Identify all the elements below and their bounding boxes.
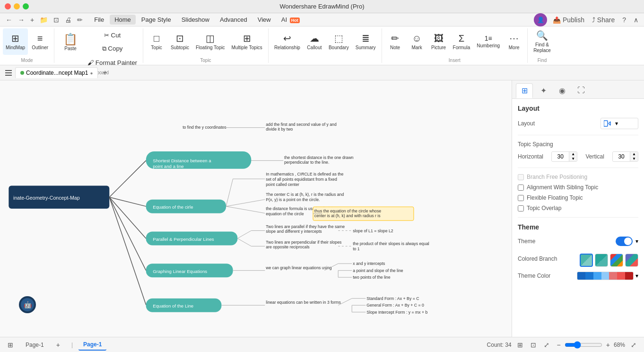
- publish-button[interactable]: 📤 Publish: [551, 15, 586, 25]
- print-button[interactable]: 🖨: [63, 15, 73, 25]
- svg-line-11: [109, 197, 146, 271]
- close-button[interactable]: [5, 3, 11, 9]
- flexible-row: Flexible Floating Topic: [518, 194, 638, 201]
- boundary-label: Boundary: [329, 45, 349, 51]
- format-painter-icon: 🖌 Format Painter: [87, 59, 137, 66]
- menu-home[interactable]: Home: [110, 15, 136, 25]
- open-button[interactable]: 📁: [38, 15, 50, 25]
- panel-tab-settings[interactable]: ⛶: [573, 83, 590, 98]
- help-button[interactable]: ?: [620, 15, 628, 25]
- panel-tab-location[interactable]: ◉: [554, 83, 571, 98]
- expand-button[interactable]: ⤢: [629, 340, 638, 350]
- undo-button[interactable]: ←: [4, 15, 14, 25]
- zoom-out-button[interactable]: −: [555, 340, 563, 350]
- swatch-1[interactable]: [580, 254, 593, 267]
- formula-button[interactable]: Σ Formula: [450, 28, 473, 55]
- layout-dropdown[interactable]: ▾: [600, 118, 638, 129]
- menu-file[interactable]: File: [89, 15, 109, 25]
- boundary-button[interactable]: ⬚ Boundary: [326, 28, 352, 55]
- horizontal-input[interactable]: [552, 152, 569, 161]
- theme-color-picker[interactable]: ▾: [577, 272, 638, 280]
- more-button[interactable]: ⋯ More: [504, 28, 524, 55]
- copy-button[interactable]: ⧉ Copy: [85, 42, 140, 55]
- svg-text:Equation of the Line: Equation of the Line: [153, 303, 193, 308]
- page-1-tab[interactable]: Page-1: [21, 340, 49, 350]
- svg-text:Parallel & Perpendicular Lines: Parallel & Perpendicular Lines: [153, 237, 214, 242]
- subtopic-button[interactable]: ⊡ Subtopic: [168, 28, 192, 55]
- user-avatar[interactable]: 👤: [534, 13, 547, 26]
- menu-advanced[interactable]: Advanced: [215, 15, 252, 25]
- vertical-input[interactable]: [613, 152, 630, 161]
- callout-button[interactable]: ☁ Callout: [304, 28, 325, 55]
- collapse-button[interactable]: ∧: [632, 15, 640, 25]
- branch-free-checkbox[interactable]: [518, 174, 524, 180]
- alignment-checkbox[interactable]: [518, 185, 524, 191]
- add-tab-button[interactable]: +: [100, 68, 110, 78]
- zoom-in-button[interactable]: +: [604, 340, 612, 350]
- topic-overlap-checkbox[interactable]: [518, 205, 524, 211]
- theme-toggle[interactable]: [616, 237, 633, 246]
- menu-view[interactable]: View: [253, 15, 276, 25]
- mark-button[interactable]: ☺ Mark: [407, 28, 427, 55]
- mindmap-canvas[interactable]: inate-Geometry-Concept-Map Shortest Dist…: [0, 80, 512, 337]
- svg-text:slope of L1 = slope L2: slope of L1 = slope L2: [353, 229, 393, 233]
- share-button[interactable]: ⤴ Share: [590, 15, 617, 25]
- fullscreen-button[interactable]: ⤢: [542, 340, 551, 350]
- paste-button[interactable]: 📋 Paste: [57, 28, 84, 55]
- tab-close-button[interactable]: ●: [90, 70, 93, 76]
- flexible-checkbox[interactable]: [518, 195, 524, 201]
- vertical-down[interactable]: ▼: [630, 157, 638, 161]
- edit-button[interactable]: ✏: [75, 15, 85, 25]
- svg-text:to find the y coordinates: to find the y coordinates: [183, 125, 226, 130]
- find-replace-button[interactable]: 🔍 Find &Replace: [531, 28, 554, 55]
- vertical-spinner[interactable]: ▲ ▼: [612, 151, 638, 162]
- menu-slideshow[interactable]: Slideshow: [177, 15, 214, 25]
- mindmap-button[interactable]: ⊞ MindMap: [3, 28, 28, 55]
- swatch-4[interactable]: [625, 254, 638, 267]
- ai-assistant-bubble[interactable]: 🤖: [19, 296, 36, 313]
- outline-view-button[interactable]: ⊡: [529, 340, 538, 350]
- divider-2: [518, 167, 638, 168]
- maximize-button[interactable]: [23, 3, 29, 9]
- sidebar-toggle[interactable]: [4, 70, 13, 76]
- horizontal-down[interactable]: ▼: [569, 157, 577, 161]
- tab-coordinate-map[interactable]: Coordinate...ncept Map1 ●: [15, 67, 98, 78]
- add-page-button[interactable]: +: [54, 340, 62, 350]
- right-panel-tabs: ⊞ ✦ ◉ ⛶: [512, 80, 644, 99]
- relationship-button[interactable]: ↩ Relationship: [271, 28, 303, 55]
- menu-page-style[interactable]: Page Style: [137, 15, 176, 25]
- clipboard-group: 📋 Paste ✂ Cut ⧉ Copy 🖌 Format Painter Cl…: [54, 28, 143, 63]
- mark-label: Mark: [411, 45, 422, 51]
- page-indicator-button[interactable]: ⊞: [6, 340, 15, 350]
- canvas-area[interactable]: 🤖 inate-Geometry-Concept-Map Short: [0, 80, 512, 337]
- cut-button[interactable]: ✂ Cut: [85, 28, 140, 42]
- floating-topic-button[interactable]: ◫ Floating Topic: [193, 28, 228, 55]
- picture-button[interactable]: 🖼 Picture: [428, 28, 449, 55]
- topic-button[interactable]: □ Topic: [146, 28, 167, 55]
- panel-tab-ai[interactable]: ✦: [535, 83, 552, 98]
- divider-1: [518, 135, 638, 135]
- zoom-slider[interactable]: [565, 341, 602, 349]
- note-button[interactable]: ✏ Note: [385, 28, 406, 55]
- grid-view-button[interactable]: ⊞: [515, 340, 525, 350]
- vertical-up[interactable]: ▲: [630, 152, 638, 157]
- panel-tab-layout[interactable]: ⊞: [516, 83, 533, 98]
- template-button[interactable]: ⊡: [52, 15, 61, 25]
- theme-color-label: Theme Color: [518, 273, 550, 279]
- horizontal-up[interactable]: ▲: [569, 152, 577, 157]
- outliner-button[interactable]: ≡ Outliner: [29, 28, 51, 55]
- swatch-3[interactable]: [610, 254, 623, 267]
- numbering-button[interactable]: 1≡ Numbering: [474, 28, 503, 55]
- svg-text:point called center: point called center: [266, 182, 299, 187]
- svg-text:linear equations can be writte: linear equations can be written in 3 for…: [266, 300, 341, 305]
- outliner-label: Outliner: [32, 45, 48, 51]
- multiple-topics-button[interactable]: ⊞ Multiple Topics: [228, 28, 265, 55]
- menu-ai[interactable]: AI Hot: [277, 15, 305, 25]
- new-button[interactable]: +: [28, 15, 36, 25]
- redo-button[interactable]: →: [16, 15, 26, 25]
- svg-text:the product of their slopes is: the product of their slopes is always eq…: [353, 241, 429, 246]
- horizontal-spinner[interactable]: ▲ ▼: [551, 151, 577, 162]
- swatch-2[interactable]: [595, 254, 608, 267]
- minimize-button[interactable]: [14, 3, 20, 9]
- summary-button[interactable]: ≣ Summary: [353, 28, 379, 55]
